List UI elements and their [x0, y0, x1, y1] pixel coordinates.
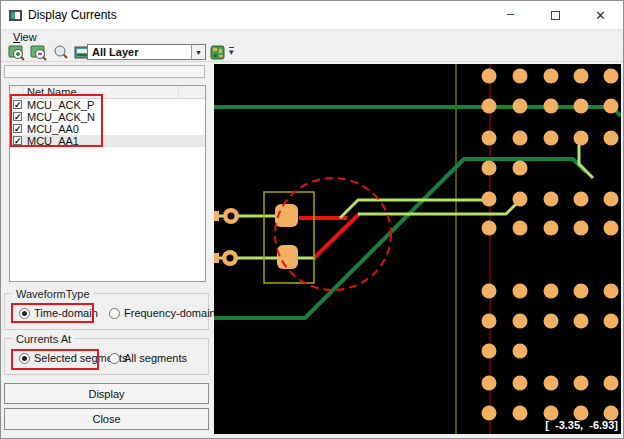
- list-item[interactable]: ✓ MCU_ACK_P: [10, 99, 205, 111]
- net-checkbox[interactable]: ✓: [13, 112, 22, 121]
- board-icon: [210, 45, 225, 60]
- radio-frequency-domain-label: Frequency-domain: [124, 307, 216, 319]
- coordinate-readout: [ -3.35, -6.93]: [545, 419, 618, 431]
- toolbar-overflow-button[interactable]: ▾: [229, 47, 234, 57]
- net-name: MCU_AA1: [27, 135, 79, 147]
- layer-dropdown[interactable]: All Layer ▼: [87, 44, 206, 60]
- title-bar: Display Currents – ✕: [1, 1, 623, 30]
- close-window-button[interactable]: ✕: [578, 1, 623, 29]
- display-button-label: Display: [88, 388, 124, 400]
- net-name: MCU_ACK_P: [27, 99, 94, 111]
- close-button[interactable]: Close: [4, 408, 209, 430]
- list-item[interactable]: ✓ MCU_AA0: [10, 123, 205, 135]
- filter-strip: [4, 65, 205, 78]
- display-button[interactable]: Display: [4, 383, 209, 404]
- zoom-in-button[interactable]: [7, 44, 25, 61]
- dropdown-arrow-icon[interactable]: ▼: [191, 45, 205, 59]
- radio-all-segments[interactable]: All segments: [109, 352, 187, 364]
- radio-icon[interactable]: [109, 353, 120, 364]
- close-icon: ✕: [595, 8, 606, 23]
- minimize-icon: –: [507, 6, 514, 21]
- net-checkbox[interactable]: ✓: [13, 124, 22, 133]
- waveform-type-group-label: WaveformType: [13, 288, 93, 300]
- list-item[interactable]: ✓ MCU_ACK_N: [10, 111, 205, 123]
- canvas-annotations: [264, 178, 391, 290]
- radio-icon[interactable]: [19, 308, 30, 319]
- zoom-out-icon: [30, 44, 47, 61]
- net-checkbox[interactable]: ✓: [13, 136, 22, 145]
- radio-icon[interactable]: [109, 308, 120, 319]
- menu-bar: View: [1, 30, 623, 44]
- bga-pad-grid: [482, 69, 619, 421]
- net-list-header: Net Name: [10, 86, 205, 99]
- board-view-button[interactable]: [208, 44, 226, 61]
- radio-time-domain-label: Time-domain: [34, 307, 98, 319]
- toolbar: All Layer ▼ ▾: [1, 44, 623, 62]
- radio-frequency-domain[interactable]: Frequency-domain: [109, 307, 216, 319]
- net-checkbox[interactable]: ✓: [13, 100, 22, 109]
- radio-time-domain[interactable]: Time-domain: [19, 307, 98, 319]
- currents-at-group-label: Currents At: [13, 333, 74, 345]
- maximize-icon: [551, 11, 560, 20]
- net-name: MCU_ACK_N: [27, 111, 95, 123]
- menu-view[interactable]: View: [13, 31, 37, 43]
- display-currents-dialog: Display Currents – ✕ View: [0, 0, 624, 439]
- list-item[interactable]: ✓ MCU_AA1: [10, 135, 205, 147]
- maximize-button[interactable]: [533, 1, 578, 29]
- app-icon: [9, 10, 22, 21]
- net-list: Net Name ✓ MCU_ACK_P ✓ MCU_ACK_N ✓ MCU_A…: [9, 85, 206, 282]
- currents-at-group: Currents At Selected segments All segmen…: [4, 338, 209, 375]
- radio-all-segments-label: All segments: [124, 352, 187, 364]
- minimize-button[interactable]: –: [488, 1, 533, 29]
- window-title: Display Currents: [28, 8, 117, 22]
- pcb-canvas[interactable]: [ -3.35, -6.93]: [214, 64, 621, 434]
- close-button-label: Close: [92, 413, 120, 425]
- zoom-in-icon: [8, 44, 25, 61]
- radio-icon[interactable]: [19, 353, 30, 364]
- pcb-view[interactable]: [214, 64, 621, 434]
- net-name-column-header: Net Name: [27, 86, 77, 98]
- layer-dropdown-value: All Layer: [92, 46, 138, 58]
- waveform-type-group: WaveformType Time-domain Frequency-domai…: [4, 293, 209, 330]
- zoom-out-button[interactable]: [29, 44, 47, 61]
- net-name: MCU_AA0: [27, 123, 79, 135]
- zoom-window-button[interactable]: [51, 44, 69, 61]
- menu-view-label: iew: [20, 31, 37, 43]
- zoom-window-icon: [52, 44, 69, 61]
- dashed-circle-annotation: [275, 178, 391, 290]
